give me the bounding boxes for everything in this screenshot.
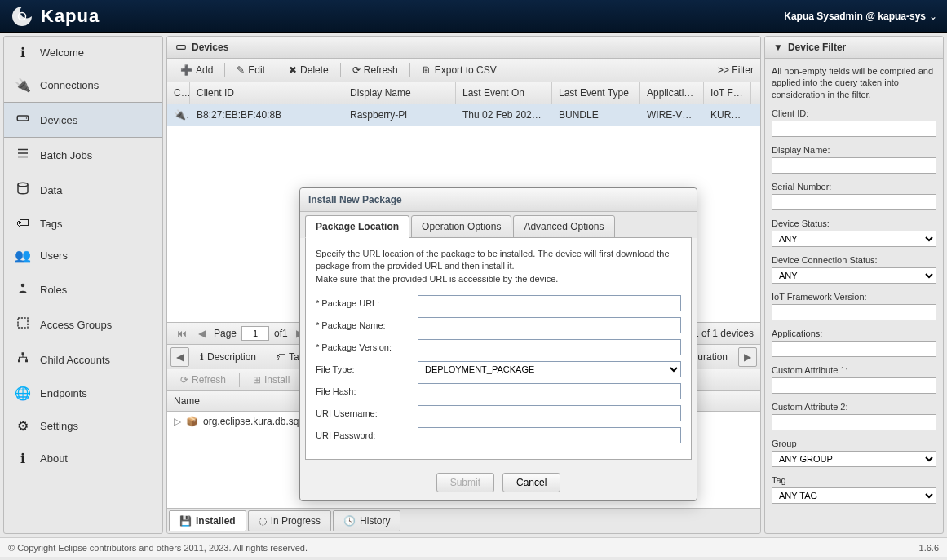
package-name-input[interactable] bbox=[418, 317, 681, 333]
file-type-select[interactable]: DEPLOYMENT_PACKAGE bbox=[418, 361, 681, 377]
package-url-input[interactable] bbox=[418, 295, 681, 311]
cancel-button[interactable]: Cancel bbox=[502, 473, 560, 492]
copyright-text: © Copyright Eclipse contributors and oth… bbox=[8, 543, 308, 553]
app-header: Kapua Kapua Sysadmin @ kapua-sys ⌄ bbox=[0, 0, 947, 33]
uri-password-label: URI Password: bbox=[316, 430, 418, 440]
version-text: 1.6.6 bbox=[919, 543, 939, 553]
install-package-dialog: Install New Package Package Location Ope… bbox=[299, 187, 697, 501]
kapua-logo-icon bbox=[10, 4, 34, 29]
file-type-label: File Type: bbox=[316, 364, 418, 374]
user-menu[interactable]: Kapua Sysadmin @ kapua-sys ⌄ bbox=[784, 11, 937, 22]
dialog-tabs: Package Location Operation Options Advan… bbox=[300, 212, 697, 238]
uri-username-input[interactable] bbox=[418, 405, 681, 421]
dialog-title: Install New Package bbox=[300, 188, 697, 212]
tab-package-location[interactable]: Package Location bbox=[305, 215, 409, 238]
package-version-input[interactable] bbox=[418, 339, 681, 355]
package-url-label: * Package URL: bbox=[316, 298, 418, 308]
chevron-down-icon: ⌄ bbox=[929, 11, 937, 22]
app-name: Kapua bbox=[41, 6, 100, 27]
file-hash-label: File Hash: bbox=[316, 386, 418, 396]
uri-password-input[interactable] bbox=[418, 427, 681, 443]
tab-advanced-options[interactable]: Advanced Options bbox=[513, 215, 614, 238]
uri-username-label: URI Username: bbox=[316, 408, 418, 418]
logo-area: Kapua bbox=[10, 4, 100, 29]
file-hash-input[interactable] bbox=[418, 383, 681, 399]
dialog-body: Specify the URL location of the package … bbox=[305, 237, 692, 460]
dialog-button-bar: Submit Cancel bbox=[300, 465, 697, 500]
dialog-backdrop: Install New Package Package Location Ope… bbox=[0, 33, 947, 540]
package-version-label: * Package Version: bbox=[316, 342, 418, 352]
dialog-help-text: Specify the URL location of the package … bbox=[316, 248, 681, 285]
tab-operation-options[interactable]: Operation Options bbox=[411, 215, 511, 238]
package-name-label: * Package Name: bbox=[316, 320, 418, 330]
submit-button[interactable]: Submit bbox=[436, 473, 494, 492]
user-label: Kapua Sysadmin @ kapua-sys bbox=[784, 11, 926, 22]
